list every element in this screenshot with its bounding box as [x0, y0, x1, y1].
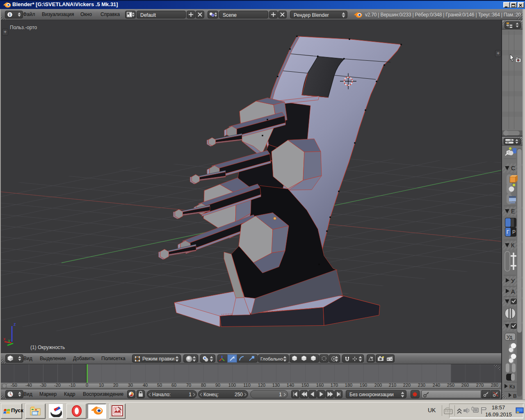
svg-text:P: P	[512, 229, 516, 235]
svg-text:x: x	[3, 336, 6, 341]
svg-text:i: i	[9, 12, 11, 17]
svg-text:Г: Г	[507, 229, 509, 235]
svg-text:Уд: Уд	[507, 334, 512, 340]
svg-text:К: К	[511, 242, 515, 249]
svg-text:z: z	[14, 322, 16, 326]
svg-text:У: У	[511, 278, 515, 284]
svg-text:y: y	[8, 338, 10, 343]
svg-text:В: В	[513, 393, 517, 399]
svg-text:Е: Е	[511, 208, 515, 215]
svg-text:А: А	[511, 288, 515, 295]
svg-text:Кз: Кз	[509, 383, 515, 390]
svg-text:С: С	[511, 165, 515, 171]
